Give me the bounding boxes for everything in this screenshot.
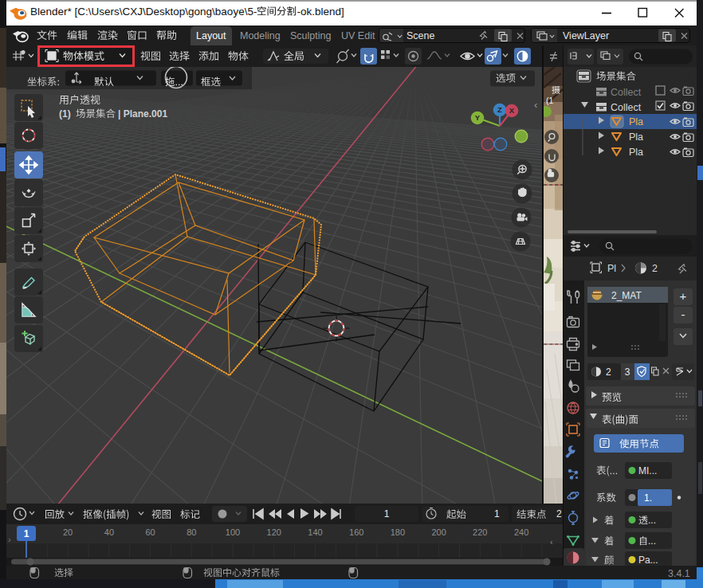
svg-text:3.4.1: 3.4.1 — [668, 568, 690, 579]
